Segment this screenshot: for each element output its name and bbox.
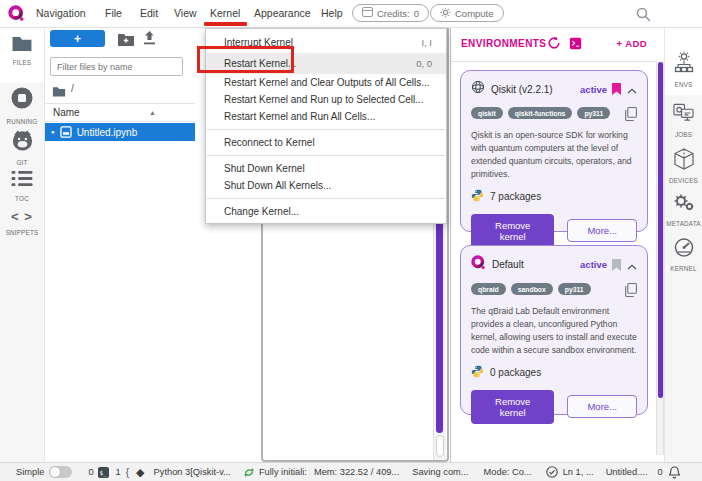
qbraid-logo-icon	[471, 255, 486, 274]
git-cat-icon	[10, 128, 35, 156]
new-folder-icon[interactable]	[118, 32, 134, 50]
tag-pill: sandbox	[511, 283, 553, 295]
sidebar-item-git[interactable]: GIT	[0, 128, 44, 166]
tag-pill: qiskit-functions	[508, 107, 573, 119]
folder-icon	[11, 35, 33, 56]
statusbar: Simple 0 $_ 1 { ◆ Python 3[Qiskit-v... F…	[0, 462, 702, 481]
bookmark-icon[interactable]	[612, 83, 621, 95]
jobs-monitor-icon	[673, 103, 694, 128]
environment-title: Default	[492, 259, 580, 270]
sidebar-item-label: GIT	[16, 159, 27, 166]
menu-edit[interactable]: Edit	[138, 0, 160, 26]
filter-files-input[interactable]	[50, 57, 183, 76]
lsp-status[interactable]: Fully initiali:	[259, 467, 307, 477]
menu-item-label: Restart Kernel and Run All Cells...	[224, 111, 375, 122]
right-sidebar: ENVS JOBS DEVICES METADATA KERNEL	[664, 27, 702, 462]
environments-scrollbar-thumb[interactable]	[658, 62, 663, 398]
kernel-brace-icon: {	[126, 467, 129, 478]
sidebar-item-devices[interactable]: DEVICES	[665, 148, 702, 184]
remove-kernel-button[interactable]: Remove kernel	[471, 390, 554, 424]
bell-icon[interactable]	[669, 466, 680, 479]
packages-count: 7 packages	[490, 191, 541, 202]
compute-button[interactable]: Compute	[430, 4, 504, 22]
document-name: Untitled....	[606, 467, 648, 477]
menu-item-shutdown-kernel[interactable]: Shut Down Kernel	[206, 160, 446, 177]
menu-item-restart-run-up-to-cell[interactable]: Restart Kernel and Run up to Selected Ce…	[206, 91, 446, 108]
file-list-header[interactable]: Name ▲	[45, 103, 195, 122]
python-icon	[471, 365, 484, 380]
menu-item-reconnect[interactable]: Reconnect to Kernel	[206, 134, 446, 151]
chevron-up-icon[interactable]	[627, 256, 637, 274]
cube-icon	[673, 148, 695, 174]
file-browser-panel: + / Name ▲ ● Untitled.ipynb	[45, 27, 195, 462]
sidebar-item-files[interactable]: FILES	[0, 35, 44, 66]
notifications-count[interactable]: 0	[658, 467, 663, 477]
terminals-count[interactable]: 0	[88, 467, 93, 477]
menu-item-shortcut: 0, 0	[416, 58, 432, 69]
qbraid-lab-window: Navigation File Edit View Kernel Appeara…	[0, 0, 702, 481]
credits-button[interactable]: Credits: 0	[352, 4, 429, 22]
copy-icon[interactable]	[624, 107, 637, 121]
credits-label: Credits:	[377, 8, 410, 19]
console-icon[interactable]	[569, 36, 582, 54]
sidebar-item-label: KERNEL	[670, 265, 696, 272]
refresh-icon[interactable]	[547, 36, 561, 54]
menu-item-shutdown-all-kernels[interactable]: Shut Down All Kernels...	[206, 177, 446, 194]
name-column-header: Name	[53, 107, 80, 118]
memory-usage: Mem: 322.52 / 409...	[314, 467, 399, 477]
chevron-up-icon[interactable]	[627, 80, 637, 98]
sidebar-item-metadata[interactable]: METADATA	[665, 193, 702, 227]
simple-mode-toggle[interactable]	[49, 466, 72, 478]
kernels-count[interactable]: 1	[116, 467, 121, 477]
environments-scrollbar-track[interactable]	[656, 62, 664, 455]
remove-kernel-button[interactable]: Remove kernel	[471, 214, 554, 248]
more-button[interactable]: More...	[567, 219, 637, 242]
file-name: Untitled.ipynb	[77, 127, 138, 138]
add-environment-button[interactable]: + ADD	[617, 38, 647, 49]
menu-item-restart-run-all[interactable]: Restart Kernel and Run All Cells...	[206, 108, 446, 125]
search-icon[interactable]	[636, 7, 651, 26]
menu-view[interactable]: View	[172, 0, 199, 26]
menu-item-restart-clear-outputs[interactable]: Restart Kernel and Clear Outputs of All …	[206, 74, 446, 91]
menu-file[interactable]: File	[103, 0, 124, 26]
copy-icon[interactable]	[624, 283, 637, 297]
menu-navigation[interactable]: Navigation	[34, 0, 88, 26]
sidebar-item-jobs[interactable]: JOBS	[665, 103, 702, 138]
mode-indicator[interactable]: Mode: Co...	[484, 467, 532, 477]
sidebar-item-label: TOC	[15, 195, 29, 202]
unsaved-dot-icon: ●	[51, 129, 55, 135]
plus-icon: +	[74, 32, 81, 46]
status-badge: active	[580, 84, 607, 95]
menu-separator	[207, 129, 445, 130]
breadcrumb[interactable]: /	[71, 83, 74, 94]
breadcrumb-home-folder-icon[interactable]	[52, 83, 66, 101]
menu-item-shortcut: I, I	[421, 37, 432, 48]
bookmark-icon[interactable]	[612, 259, 621, 271]
new-launcher-button[interactable]: +	[50, 30, 105, 47]
qbraid-logo-icon	[8, 5, 25, 26]
more-button[interactable]: More...	[567, 395, 637, 418]
sidebar-item-snippets[interactable]: < > SNIPPETS	[0, 208, 44, 236]
python-icon	[471, 189, 484, 204]
menu-appearance[interactable]: Appearance	[252, 0, 313, 26]
code-brackets-icon: < >	[11, 208, 33, 226]
sidebar-item-envs[interactable]: ENVS	[665, 51, 702, 88]
cursor-position[interactable]: Ln 1, ...	[563, 467, 594, 477]
gears-icon	[673, 193, 695, 217]
sidebar-item-kernel[interactable]: KERNEL	[665, 237, 702, 272]
kernel-name[interactable]: Python 3[Qiskit-v...	[154, 467, 231, 477]
upload-icon[interactable]	[143, 31, 156, 49]
sidebar-item-label: DEVICES	[669, 177, 698, 184]
file-row-untitled-ipynb[interactable]: ● Untitled.ipynb	[45, 123, 195, 141]
environment-description: The qBraid Lab Default environment provi…	[471, 305, 637, 357]
tag-pill: py311	[558, 283, 591, 295]
stop-circle-icon	[9, 85, 35, 115]
tag-pill: qiskit	[471, 107, 503, 119]
sidebar-item-toc[interactable]: TOC	[0, 169, 44, 202]
sidebar-item-running[interactable]: RUNNING	[0, 85, 44, 125]
environment-card-default: Default active qbraid sandbox py311 The …	[460, 245, 648, 415]
menu-help[interactable]: Help	[319, 0, 345, 26]
menu-item-change-kernel[interactable]: Change Kernel...	[206, 203, 446, 220]
environments-header: ENVIRONMENTS + ADD	[451, 27, 656, 62]
simple-mode-label: Simple	[16, 467, 44, 477]
